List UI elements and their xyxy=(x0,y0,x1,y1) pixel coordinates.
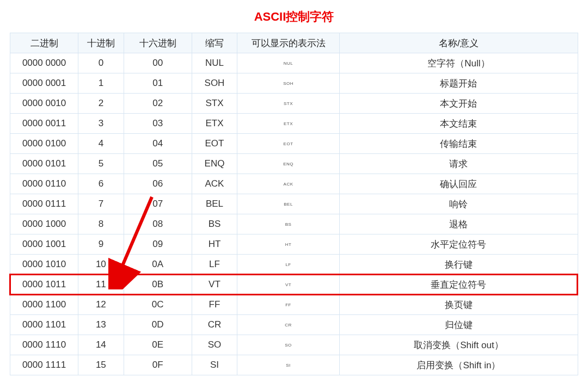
cell-dec: 12 xyxy=(78,295,124,315)
cell-abbr: NUL xyxy=(192,53,237,73)
cell-hex: 03 xyxy=(124,114,192,134)
cell-hex: 00 xyxy=(124,53,192,73)
ascii-table: 二进制 十进制 十六进制 缩写 可以显示的表示法 名称/意义 0000 0000… xyxy=(10,33,578,375)
cell-hex: 0A xyxy=(124,255,192,275)
cell-abbr: BS xyxy=(192,214,237,234)
cell-dec: 11 xyxy=(78,275,124,295)
cell-abbr: ENQ xyxy=(192,154,237,174)
table-row: 0000 1111150FSISI启用变换（Shift in） xyxy=(10,355,578,375)
cell-dec: 3 xyxy=(78,114,124,134)
cell-dec: 0 xyxy=(78,53,124,73)
table-row: 0000 1101130DCRCR归位键 xyxy=(10,315,578,335)
col-header-decimal: 十进制 xyxy=(78,33,124,53)
cell-hex: 0E xyxy=(124,335,192,355)
cell-bin: 0000 1101 xyxy=(10,315,78,335)
cell-name: 垂直定位符号 xyxy=(339,275,578,295)
cell-abbr: LF xyxy=(192,255,237,275)
cell-name: 水平定位符号 xyxy=(339,234,578,255)
cell-bin: 0000 1011 xyxy=(10,275,78,295)
cell-bin: 0000 1110 xyxy=(10,335,78,355)
cell-disp: NUL xyxy=(237,53,340,73)
table-row: 0000 0011303ETXETX本文结束 xyxy=(10,114,578,134)
cell-dec: 13 xyxy=(78,315,124,335)
cell-hex: 04 xyxy=(124,134,192,154)
cell-abbr: SOH xyxy=(192,73,237,94)
cell-disp: ACK xyxy=(237,174,340,194)
table-container: 二进制 十进制 十六进制 缩写 可以显示的表示法 名称/意义 0000 0000… xyxy=(10,33,578,375)
cell-name: 归位键 xyxy=(339,315,578,335)
col-header-display: 可以显示的表示法 xyxy=(237,33,340,53)
table-row: 0000 0110606ACKACK确认回应 xyxy=(10,174,578,194)
cell-disp: SOH xyxy=(237,73,340,94)
cell-abbr: SO xyxy=(192,335,237,355)
cell-dec: 4 xyxy=(78,134,124,154)
cell-name: 空字符（Null） xyxy=(339,53,578,73)
cell-dec: 5 xyxy=(78,154,124,174)
cell-name: 响铃 xyxy=(339,194,578,214)
cell-name: 标题开始 xyxy=(339,73,578,94)
cell-name: 请求 xyxy=(339,154,578,174)
cell-abbr: SI xyxy=(192,355,237,375)
cell-hex: 0D xyxy=(124,315,192,335)
col-header-abbr: 缩写 xyxy=(192,33,237,53)
cell-hex: 06 xyxy=(124,174,192,194)
cell-dec: 10 xyxy=(78,255,124,275)
cell-bin: 0000 1111 xyxy=(10,355,78,375)
cell-hex: 07 xyxy=(124,194,192,214)
cell-dec: 1 xyxy=(78,73,124,94)
cell-abbr: EOT xyxy=(192,134,237,154)
table-row: 0000 1000808BSBS退格 xyxy=(10,214,578,234)
cell-disp: FF xyxy=(237,295,340,315)
table-header-row: 二进制 十进制 十六进制 缩写 可以显示的表示法 名称/意义 xyxy=(10,33,578,53)
cell-dec: 2 xyxy=(78,94,124,114)
table-row: 0000 0100404EOTEOT传输结束 xyxy=(10,134,578,154)
cell-hex: 05 xyxy=(124,154,192,174)
cell-disp: SI xyxy=(237,355,340,375)
cell-disp: LF xyxy=(237,255,340,275)
cell-bin: 0000 1000 xyxy=(10,214,78,234)
table-row: 0000 0000000NULNUL空字符（Null） xyxy=(10,53,578,73)
cell-abbr: ACK xyxy=(192,174,237,194)
cell-hex: 02 xyxy=(124,94,192,114)
cell-abbr: HT xyxy=(192,234,237,255)
cell-bin: 0000 1100 xyxy=(10,295,78,315)
cell-dec: 7 xyxy=(78,194,124,214)
cell-name: 启用变换（Shift in） xyxy=(339,355,578,375)
table-row: 0000 1010100ALFLF换行键 xyxy=(10,255,578,275)
cell-hex: 0C xyxy=(124,295,192,315)
cell-name: 本文开始 xyxy=(339,94,578,114)
cell-dec: 9 xyxy=(78,234,124,255)
cell-hex: 01 xyxy=(124,73,192,94)
cell-abbr: VT xyxy=(192,275,237,295)
cell-name: 确认回应 xyxy=(339,174,578,194)
cell-bin: 0000 1010 xyxy=(10,255,78,275)
cell-name: 本文结束 xyxy=(339,114,578,134)
cell-hex: 0B xyxy=(124,275,192,295)
cell-name: 传输结束 xyxy=(339,134,578,154)
col-header-hex: 十六进制 xyxy=(124,33,192,53)
cell-bin: 0000 0011 xyxy=(10,114,78,134)
col-header-binary: 二进制 xyxy=(10,33,78,53)
cell-dec: 6 xyxy=(78,174,124,194)
cell-name: 退格 xyxy=(339,214,578,234)
cell-name: 取消变换（Shift out） xyxy=(339,335,578,355)
cell-hex: 09 xyxy=(124,234,192,255)
cell-disp: BS xyxy=(237,214,340,234)
cell-name: 换页键 xyxy=(339,295,578,315)
cell-abbr: ETX xyxy=(192,114,237,134)
cell-bin: 0000 0110 xyxy=(10,174,78,194)
cell-bin: 0000 0001 xyxy=(10,73,78,94)
cell-name: 换行键 xyxy=(339,255,578,275)
cell-disp: STX xyxy=(237,94,340,114)
cell-hex: 0F xyxy=(124,355,192,375)
cell-bin: 0000 0100 xyxy=(10,134,78,154)
cell-bin: 0000 1001 xyxy=(10,234,78,255)
cell-disp: CR xyxy=(237,315,340,335)
cell-disp: VT xyxy=(237,275,340,295)
cell-disp: ENQ xyxy=(237,154,340,174)
cell-bin: 0000 0010 xyxy=(10,94,78,114)
cell-abbr: BEL xyxy=(192,194,237,214)
table-row: 0000 1011110BVTVT垂直定位符号 xyxy=(10,275,578,295)
cell-bin: 0000 0101 xyxy=(10,154,78,174)
cell-disp: SO xyxy=(237,335,340,355)
